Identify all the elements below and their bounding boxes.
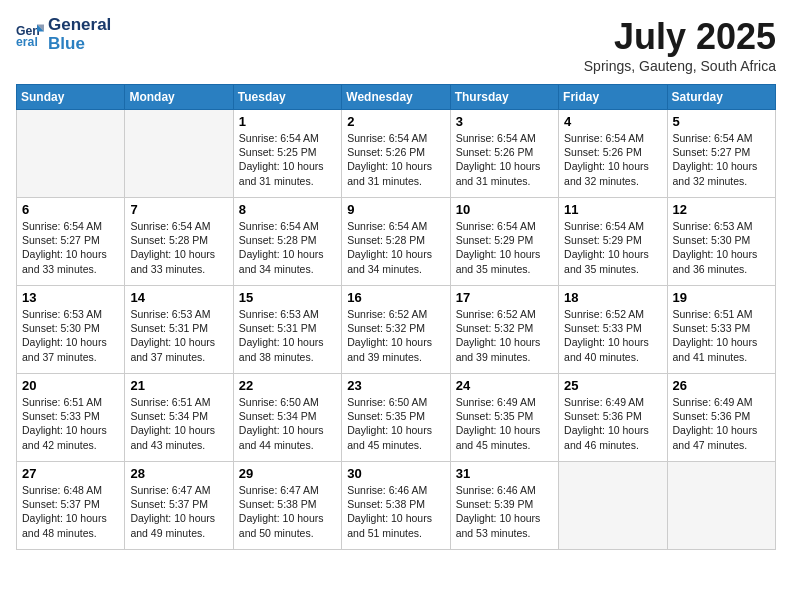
day-number: 24 [456,378,553,393]
cell-info: Sunrise: 6:46 AMSunset: 5:38 PMDaylight:… [347,483,444,540]
col-header-wednesday: Wednesday [342,85,450,110]
calendar-cell: 25Sunrise: 6:49 AMSunset: 5:36 PMDayligh… [559,374,667,462]
calendar-cell [559,462,667,550]
cell-info: Sunrise: 6:53 AMSunset: 5:30 PMDaylight:… [673,219,770,276]
calendar-cell: 29Sunrise: 6:47 AMSunset: 5:38 PMDayligh… [233,462,341,550]
cell-info: Sunrise: 6:48 AMSunset: 5:37 PMDaylight:… [22,483,119,540]
calendar-cell: 23Sunrise: 6:50 AMSunset: 5:35 PMDayligh… [342,374,450,462]
calendar-cell: 13Sunrise: 6:53 AMSunset: 5:30 PMDayligh… [17,286,125,374]
cell-info: Sunrise: 6:53 AMSunset: 5:30 PMDaylight:… [22,307,119,364]
calendar-cell: 3Sunrise: 6:54 AMSunset: 5:26 PMDaylight… [450,110,558,198]
cell-info: Sunrise: 6:52 AMSunset: 5:32 PMDaylight:… [456,307,553,364]
cell-info: Sunrise: 6:49 AMSunset: 5:36 PMDaylight:… [564,395,661,452]
cell-info: Sunrise: 6:54 AMSunset: 5:25 PMDaylight:… [239,131,336,188]
calendar-cell: 16Sunrise: 6:52 AMSunset: 5:32 PMDayligh… [342,286,450,374]
calendar-cell [667,462,775,550]
logo-line2: Blue [48,35,111,54]
day-number: 8 [239,202,336,217]
calendar-cell: 5Sunrise: 6:54 AMSunset: 5:27 PMDaylight… [667,110,775,198]
day-number: 12 [673,202,770,217]
cell-info: Sunrise: 6:49 AMSunset: 5:36 PMDaylight:… [673,395,770,452]
day-number: 3 [456,114,553,129]
day-number: 14 [130,290,227,305]
cell-info: Sunrise: 6:53 AMSunset: 5:31 PMDaylight:… [130,307,227,364]
calendar-cell: 2Sunrise: 6:54 AMSunset: 5:26 PMDaylight… [342,110,450,198]
day-number: 17 [456,290,553,305]
week-row-1: 1Sunrise: 6:54 AMSunset: 5:25 PMDaylight… [17,110,776,198]
calendar-cell: 14Sunrise: 6:53 AMSunset: 5:31 PMDayligh… [125,286,233,374]
calendar-cell: 18Sunrise: 6:52 AMSunset: 5:33 PMDayligh… [559,286,667,374]
page-header: Gen eral General Blue July 2025 Springs,… [16,16,776,74]
day-number: 13 [22,290,119,305]
day-number: 2 [347,114,444,129]
calendar-table: SundayMondayTuesdayWednesdayThursdayFrid… [16,84,776,550]
day-number: 19 [673,290,770,305]
calendar-cell: 28Sunrise: 6:47 AMSunset: 5:37 PMDayligh… [125,462,233,550]
calendar-cell: 26Sunrise: 6:49 AMSunset: 5:36 PMDayligh… [667,374,775,462]
calendar-cell: 17Sunrise: 6:52 AMSunset: 5:32 PMDayligh… [450,286,558,374]
calendar-cell: 1Sunrise: 6:54 AMSunset: 5:25 PMDaylight… [233,110,341,198]
logo: Gen eral General Blue [16,16,111,53]
cell-info: Sunrise: 6:54 AMSunset: 5:29 PMDaylight:… [456,219,553,276]
calendar-cell: 19Sunrise: 6:51 AMSunset: 5:33 PMDayligh… [667,286,775,374]
day-number: 23 [347,378,444,393]
day-number: 28 [130,466,227,481]
cell-info: Sunrise: 6:51 AMSunset: 5:34 PMDaylight:… [130,395,227,452]
day-number: 1 [239,114,336,129]
calendar-cell: 7Sunrise: 6:54 AMSunset: 5:28 PMDaylight… [125,198,233,286]
day-number: 29 [239,466,336,481]
day-number: 7 [130,202,227,217]
calendar-cell: 8Sunrise: 6:54 AMSunset: 5:28 PMDaylight… [233,198,341,286]
col-header-saturday: Saturday [667,85,775,110]
day-number: 30 [347,466,444,481]
day-number: 27 [22,466,119,481]
cell-info: Sunrise: 6:52 AMSunset: 5:32 PMDaylight:… [347,307,444,364]
day-number: 18 [564,290,661,305]
cell-info: Sunrise: 6:54 AMSunset: 5:27 PMDaylight:… [22,219,119,276]
cell-info: Sunrise: 6:53 AMSunset: 5:31 PMDaylight:… [239,307,336,364]
cell-info: Sunrise: 6:46 AMSunset: 5:39 PMDaylight:… [456,483,553,540]
calendar-cell: 15Sunrise: 6:53 AMSunset: 5:31 PMDayligh… [233,286,341,374]
logo-line1: General [48,16,111,35]
cell-info: Sunrise: 6:54 AMSunset: 5:26 PMDaylight:… [347,131,444,188]
col-header-tuesday: Tuesday [233,85,341,110]
calendar-cell [125,110,233,198]
calendar-cell: 27Sunrise: 6:48 AMSunset: 5:37 PMDayligh… [17,462,125,550]
cell-info: Sunrise: 6:50 AMSunset: 5:35 PMDaylight:… [347,395,444,452]
calendar-cell: 31Sunrise: 6:46 AMSunset: 5:39 PMDayligh… [450,462,558,550]
day-number: 31 [456,466,553,481]
col-header-friday: Friday [559,85,667,110]
cell-info: Sunrise: 6:54 AMSunset: 5:28 PMDaylight:… [130,219,227,276]
col-header-sunday: Sunday [17,85,125,110]
cell-info: Sunrise: 6:54 AMSunset: 5:26 PMDaylight:… [456,131,553,188]
cell-info: Sunrise: 6:54 AMSunset: 5:29 PMDaylight:… [564,219,661,276]
title-block: July 2025 Springs, Gauteng, South Africa [584,16,776,74]
calendar-cell: 22Sunrise: 6:50 AMSunset: 5:34 PMDayligh… [233,374,341,462]
cell-info: Sunrise: 6:50 AMSunset: 5:34 PMDaylight:… [239,395,336,452]
cell-info: Sunrise: 6:54 AMSunset: 5:27 PMDaylight:… [673,131,770,188]
week-row-3: 13Sunrise: 6:53 AMSunset: 5:30 PMDayligh… [17,286,776,374]
col-header-monday: Monday [125,85,233,110]
day-number: 11 [564,202,661,217]
calendar-cell: 20Sunrise: 6:51 AMSunset: 5:33 PMDayligh… [17,374,125,462]
calendar-cell: 11Sunrise: 6:54 AMSunset: 5:29 PMDayligh… [559,198,667,286]
cell-info: Sunrise: 6:47 AMSunset: 5:37 PMDaylight:… [130,483,227,540]
day-number: 20 [22,378,119,393]
calendar-cell [17,110,125,198]
cell-info: Sunrise: 6:51 AMSunset: 5:33 PMDaylight:… [22,395,119,452]
month-year-title: July 2025 [584,16,776,58]
calendar-cell: 9Sunrise: 6:54 AMSunset: 5:28 PMDaylight… [342,198,450,286]
day-number: 26 [673,378,770,393]
calendar-cell: 30Sunrise: 6:46 AMSunset: 5:38 PMDayligh… [342,462,450,550]
calendar-cell: 6Sunrise: 6:54 AMSunset: 5:27 PMDaylight… [17,198,125,286]
cell-info: Sunrise: 6:52 AMSunset: 5:33 PMDaylight:… [564,307,661,364]
day-number: 10 [456,202,553,217]
cell-info: Sunrise: 6:54 AMSunset: 5:26 PMDaylight:… [564,131,661,188]
day-number: 25 [564,378,661,393]
calendar-cell: 24Sunrise: 6:49 AMSunset: 5:35 PMDayligh… [450,374,558,462]
cell-info: Sunrise: 6:51 AMSunset: 5:33 PMDaylight:… [673,307,770,364]
week-row-5: 27Sunrise: 6:48 AMSunset: 5:37 PMDayligh… [17,462,776,550]
day-number: 9 [347,202,444,217]
col-header-thursday: Thursday [450,85,558,110]
svg-text:eral: eral [16,35,38,49]
